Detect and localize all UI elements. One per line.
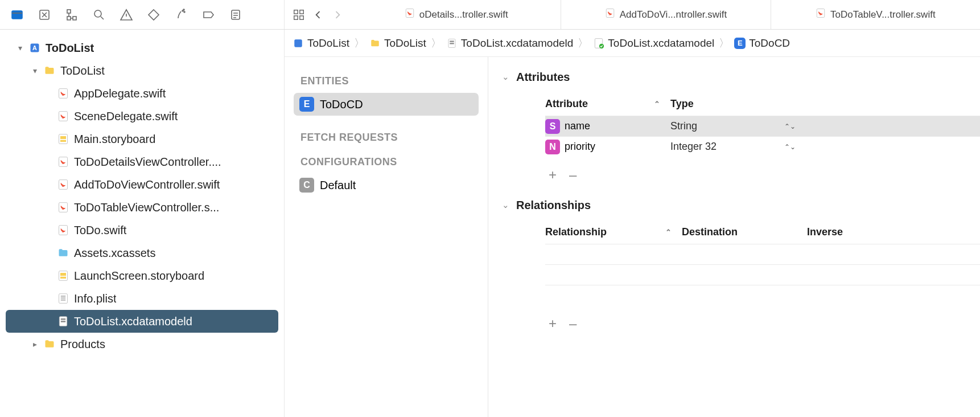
- chevron-down-icon[interactable]: ▾: [16, 43, 24, 52]
- tree-group[interactable]: ▾ ToDoList: [0, 59, 284, 82]
- svg-rect-35: [294, 39, 302, 47]
- file-label: ToDoList.xcdatamodeld: [74, 315, 192, 328]
- svg-point-7: [184, 11, 185, 13]
- tree-project-root[interactable]: ▾ A ToDoList: [0, 36, 284, 59]
- crumb-label: ToDoCD: [749, 37, 790, 50]
- source-control-icon[interactable]: [36, 7, 52, 23]
- editor-nav-cluster: [285, 0, 352, 29]
- tree-file[interactable]: Assets.xcassets: [0, 242, 284, 264]
- svg-rect-34: [61, 321, 65, 322]
- tab-addtodo[interactable]: AddToDoVi...ntroller.swift: [561, 0, 770, 29]
- relationships-add-button[interactable]: +: [549, 316, 557, 332]
- tree-file[interactable]: AppDelegate.swift: [0, 82, 284, 105]
- swift-file-icon: [57, 201, 69, 214]
- swift-file-icon: [405, 8, 415, 21]
- relationships-table-header: Relationship⌃ Destination Inverse: [545, 226, 980, 244]
- folder-icon: [43, 64, 56, 77]
- top-row: oDetails...troller.swift AddToDoVi...ntr…: [0, 0, 980, 30]
- config-badge-icon: C: [299, 178, 314, 193]
- entities-pane: ENTITIES E ToDoCD FETCH REQUESTS CONFIGU…: [285, 57, 488, 417]
- attributes-add-remove: + –: [545, 157, 980, 195]
- swift-file-icon: [605, 8, 615, 21]
- attributes-remove-button[interactable]: –: [569, 167, 577, 183]
- svg-rect-20: [59, 112, 68, 121]
- tree-file[interactable]: SceneDelegate.swift: [0, 105, 284, 128]
- attr-type: String: [670, 120, 697, 132]
- tree-file[interactable]: Main.storyboard: [0, 128, 284, 150]
- attributes-header[interactable]: ⌄ Attributes: [488, 67, 980, 87]
- svg-text:A: A: [32, 44, 37, 51]
- svg-rect-22: [60, 136, 66, 139]
- svg-rect-14: [406, 9, 414, 18]
- config-row[interactable]: C Default: [294, 174, 479, 197]
- file-label: ToDo.swift: [74, 224, 126, 237]
- sort-asc-icon[interactable]: ⌃: [654, 100, 670, 108]
- tree-file[interactable]: ToDoTableViewController.s...: [0, 196, 284, 219]
- datamodel-file-icon: [57, 315, 69, 328]
- nav-back-icon[interactable]: [311, 7, 326, 22]
- navigator-toolbar: [0, 0, 285, 29]
- svg-rect-16: [817, 9, 825, 18]
- popup-indicator-icon[interactable]: ⌃⌄: [784, 143, 796, 151]
- crumb-datamodel[interactable]: ToDoList.xcdatamodel: [593, 37, 714, 50]
- attr-header-type[interactable]: Type: [670, 98, 813, 110]
- tree-file[interactable]: LaunchScreen.storyboard: [0, 264, 284, 287]
- swift-file-icon: [57, 87, 69, 100]
- rel-empty-row: [545, 244, 980, 264]
- related-items-icon[interactable]: [291, 7, 306, 22]
- tab-label: AddToDoVi...ntroller.swift: [620, 9, 727, 21]
- attr-type: Integer 32: [670, 141, 717, 153]
- popup-indicator-icon[interactable]: ⌃⌄: [784, 122, 796, 130]
- svg-rect-11: [300, 10, 303, 13]
- crumb-entity[interactable]: E ToDoCD: [734, 37, 790, 50]
- breakpoint-navigator-icon[interactable]: [200, 7, 216, 23]
- issue-navigator-icon[interactable]: [118, 7, 134, 23]
- tree-file[interactable]: ToDoList.xcdatamodeld: [6, 310, 278, 333]
- tree-file[interactable]: AddToDoViewController.swift: [0, 173, 284, 196]
- nav-forward-icon[interactable]: [330, 7, 345, 22]
- symbol-navigator-icon[interactable]: [64, 7, 80, 23]
- rel-header-relationship[interactable]: Relationship⌃: [545, 226, 682, 238]
- file-label: Info.plist: [74, 292, 116, 305]
- tree-products[interactable]: ▸ Products: [0, 333, 284, 355]
- tab-todotable[interactable]: ToDoTableV...troller.swift: [771, 0, 980, 29]
- chevron-down-icon[interactable]: ▾: [31, 66, 39, 75]
- test-navigator-icon[interactable]: [146, 7, 162, 23]
- project-root-label: ToDoList: [46, 42, 94, 55]
- crumb-label: ToDoList.xcdatamodeld: [461, 37, 574, 50]
- svg-rect-3: [67, 17, 71, 20]
- relationships-header[interactable]: ⌄ Relationships: [488, 195, 980, 215]
- rel-header-inverse[interactable]: Inverse: [807, 226, 887, 238]
- crumb-group[interactable]: ToDoList: [369, 37, 426, 50]
- entity-name: ToDoCD: [320, 98, 363, 111]
- tab-details[interactable]: oDetails...troller.swift: [352, 0, 561, 29]
- attributes-table: Attribute⌃ Type SnameString⌃⌄NpriorityIn…: [545, 98, 980, 195]
- tree-file[interactable]: ToDo.swift: [0, 219, 284, 242]
- project-navigator-icon[interactable]: [9, 7, 25, 23]
- relationships-remove-button[interactable]: –: [569, 316, 577, 332]
- crumb-project[interactable]: ToDoList: [293, 37, 349, 50]
- attribute-row[interactable]: NpriorityInteger 32⌃⌄: [545, 136, 980, 157]
- chevron-down-icon[interactable]: ⌄: [502, 72, 509, 82]
- crumb-datamodeld[interactable]: ToDoList.xcdatamodeld: [446, 37, 574, 50]
- attr-header-attribute[interactable]: Attribute⌃: [545, 98, 670, 110]
- folder-icon: [43, 338, 56, 350]
- attr-type-badge-icon: N: [545, 140, 560, 154]
- debug-navigator-icon[interactable]: [173, 7, 189, 23]
- breadcrumb-sep: 〉: [430, 36, 443, 51]
- chevron-down-icon[interactable]: ⌄: [502, 200, 509, 210]
- rel-header-destination[interactable]: Destination: [682, 226, 807, 238]
- datamodel-ok-icon: [593, 38, 604, 49]
- svg-rect-33: [61, 318, 65, 320]
- attributes-add-button[interactable]: +: [549, 167, 557, 183]
- tree-file[interactable]: ToDoDetailsViewController....: [0, 150, 284, 173]
- attribute-row[interactable]: SnameString⌃⌄: [545, 116, 980, 136]
- entity-row[interactable]: E ToDoCD: [294, 93, 479, 116]
- tree-file[interactable]: Info.plist: [0, 287, 284, 310]
- chevron-right-icon[interactable]: ▸: [31, 340, 39, 349]
- find-navigator-icon[interactable]: [91, 7, 107, 23]
- svg-rect-30: [60, 277, 66, 279]
- report-navigator-icon[interactable]: [228, 7, 244, 23]
- sort-asc-icon[interactable]: ⌃: [665, 228, 682, 236]
- svg-rect-12: [294, 15, 298, 19]
